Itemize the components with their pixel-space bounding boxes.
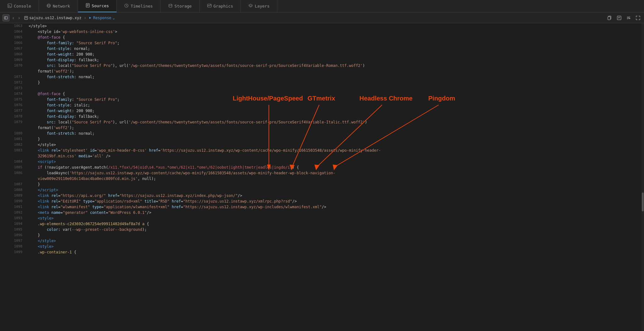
tab-network-label: Network xyxy=(53,4,70,8)
table-row: 1077 font-weight: 200 900; xyxy=(0,108,644,114)
table-row: 1079 src: local("Source Serif Pro"), url… xyxy=(0,119,644,125)
breadcrumb-forward-button[interactable]: › xyxy=(16,15,21,21)
table-row: 1099 .wp-container-1 { xyxy=(0,249,644,255)
breadcrumb-actions xyxy=(606,14,641,21)
tab-storage[interactable]: Storage xyxy=(161,0,200,12)
line-number: 1080 xyxy=(0,131,26,136)
format-button[interactable] xyxy=(616,14,623,21)
wrap-button[interactable] xyxy=(625,14,632,21)
line-number: 1086 xyxy=(0,170,26,176)
scrollbar-thumb[interactable] xyxy=(642,193,644,211)
line-content: font-display: fallback; xyxy=(26,114,644,119)
line-content: color: var(--wp--preset--color--backgrou… xyxy=(26,227,644,232)
tab-layers[interactable]: Layers xyxy=(241,0,277,12)
table-row: 1066 font-family: "Source Serif Pro"; xyxy=(0,40,644,46)
code-container: 1063</style>1064 <style id='wp-webfonts-… xyxy=(0,23,644,331)
breadcrumb-filename[interactable]: sajuzu.us12.instawp.xyz xyxy=(29,16,81,20)
line-number: 1072 xyxy=(0,80,26,85)
tab-sources[interactable]: Sources xyxy=(78,0,117,12)
breadcrumb-response[interactable]: Response ⌄ xyxy=(87,15,117,21)
tab-bar: Console Network Sources Timelines Storag… xyxy=(0,0,644,13)
table-row: 1088 </script> xyxy=(0,187,644,193)
table-row: 1090 <link rel="EditURI" type="applicati… xyxy=(0,198,644,204)
line-content: } xyxy=(26,80,644,85)
tab-timelines[interactable]: Timelines xyxy=(117,0,160,12)
svg-point-8 xyxy=(169,4,172,5)
tab-console-label: Console xyxy=(14,4,31,8)
fullscreen-button[interactable] xyxy=(635,14,641,21)
table-row: 1093 <style> xyxy=(0,215,644,221)
line-number: 1073 xyxy=(0,85,26,91)
table-row: 1070 src: local("Source Serif Pro"), url… xyxy=(0,63,644,68)
sidebar-toggle-button[interactable] xyxy=(3,14,9,21)
line-content: <style> xyxy=(26,244,644,249)
breadcrumb-response-label: Response xyxy=(93,16,111,20)
table-row: 1086 loadAsync('https://sajuzu.us12.inst… xyxy=(0,170,644,176)
line-content: } xyxy=(26,182,644,187)
line-content: .wp-elements-c2d3692c067254e99911402d49a… xyxy=(26,221,644,227)
line-number: 1095 xyxy=(0,227,26,232)
timelines-icon xyxy=(124,3,129,9)
tab-sources-label: Sources xyxy=(92,3,109,8)
tab-graphics[interactable]: Graphics xyxy=(200,0,241,12)
line-number: 1083 xyxy=(0,148,26,153)
table-row: 1082 </style> xyxy=(0,142,644,148)
tab-network[interactable]: Network xyxy=(39,0,78,12)
table-row: 1073 xyxy=(0,85,644,91)
table-row: 1085 if (!navigator.userAgent.match(/x11… xyxy=(0,165,644,170)
line-content: <style id='wp-webfonts-inline-css'> xyxy=(26,29,644,35)
line-number: 1069 xyxy=(0,57,26,63)
table-row: 1078 font-display: fallback; xyxy=(0,114,644,119)
tab-timelines-label: Timelines xyxy=(130,4,153,8)
copy-button[interactable] xyxy=(606,14,613,21)
line-content: font-stretch: normal; xyxy=(26,131,644,136)
line-number xyxy=(0,153,26,159)
tab-console[interactable]: Console xyxy=(0,0,39,12)
line-number: 1079 xyxy=(0,119,26,125)
line-content: <link rel="wlwmanifest" type="applicatio… xyxy=(26,204,644,210)
line-content: font-family: "Source Serif Pro"; xyxy=(26,97,644,102)
line-number: 1071 xyxy=(0,74,26,80)
table-row: 1096 } xyxy=(0,232,644,238)
graphics-icon xyxy=(207,3,212,9)
table-row: 1080 font-stretch: normal; xyxy=(0,131,644,136)
line-content: } xyxy=(26,232,644,238)
line-number: 1076 xyxy=(0,102,26,108)
table-row: 1095 color: var(--wp--preset--color--bac… xyxy=(0,227,644,232)
line-content: src: local("Source Serif Pro"), url('/wp… xyxy=(26,119,644,125)
line-number: 1077 xyxy=(0,108,26,114)
scrollbar[interactable] xyxy=(641,23,644,331)
table-row: 1063</style> xyxy=(0,23,644,29)
table-row: 1067 font-style: normal; xyxy=(0,46,644,52)
breadcrumb-back-button[interactable]: ‹ xyxy=(11,15,16,21)
code-scroll-area[interactable]: 1063</style>1064 <style id='wp-webfonts-… xyxy=(0,23,644,331)
line-content: if (!navigator.userAgent.match(/x11.*fox… xyxy=(26,165,644,170)
line-content: format('woff2'); xyxy=(26,125,644,131)
table-row: 1069 font-display: fallback; xyxy=(0,57,644,63)
line-number: 1092 xyxy=(0,210,26,215)
storage-icon xyxy=(168,3,173,9)
tab-layers-label: Layers xyxy=(255,4,269,8)
table-row: 1084 <script> xyxy=(0,159,644,165)
line-number: 1089 xyxy=(0,193,26,198)
table-row: 1098 <style> xyxy=(0,244,644,249)
table-row: 1065 @font-face { xyxy=(0,35,644,40)
line-number: 1065 xyxy=(0,35,26,40)
line-content: loadAsync('https://sajuzu.us12.instawp.x… xyxy=(26,170,644,176)
line-number: 1099 xyxy=(0,249,26,255)
line-number: 1087 xyxy=(0,182,26,187)
line-number: 1063 xyxy=(0,23,26,29)
table-row: 1064 <style id='wp-webfonts-inline-css'> xyxy=(0,29,644,35)
line-number: 1085 xyxy=(0,165,26,170)
line-content: font-style: normal; xyxy=(26,46,644,52)
table-row: view009e29110e016c14bac4ba0ecc809fcd.min… xyxy=(0,176,644,182)
table-row: 1076 font-style: italic; xyxy=(0,102,644,108)
line-number: 1078 xyxy=(0,114,26,119)
line-content: format('woff2'); xyxy=(26,68,644,74)
table-row: 1097 </style> xyxy=(0,238,644,244)
line-number: 1074 xyxy=(0,91,26,97)
line-number: 1090 xyxy=(0,198,26,204)
line-number: 1096 xyxy=(0,232,26,238)
line-number xyxy=(0,176,26,182)
table-row: format('woff2'); xyxy=(0,125,644,131)
